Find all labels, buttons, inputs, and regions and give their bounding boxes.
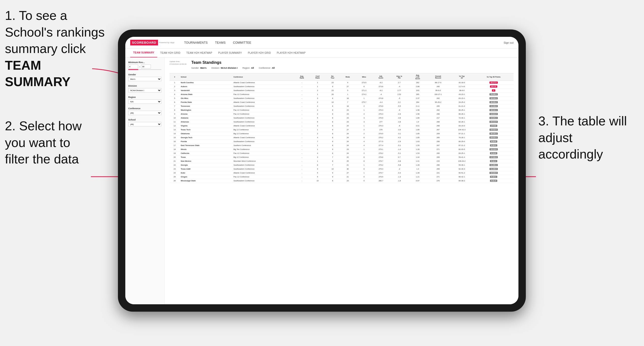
table-row[interactable]: 19 California Pac-12 Conference - 4 8 24… [170, 151, 514, 155]
cell-overall-record: 100-27-1 [426, 93, 450, 96]
cell-no-tour: 8 [325, 136, 340, 140]
cell-school: New Mexico [180, 159, 232, 163]
sub-nav-team-summary[interactable]: TEAM SUMMARY [130, 49, 157, 57]
cell-avg-to-par: -2 [390, 167, 409, 171]
table-row[interactable]: 6 Florida State Atlantic Coast Conferenc… [170, 100, 514, 104]
cell-avg-to-par: -5.1 [390, 151, 409, 155]
sub-nav-team-h2h-grid[interactable]: TEAM H2H GRID [157, 49, 183, 57]
cell-wins: 2 [356, 128, 372, 132]
cell-avg-rank: - [294, 175, 310, 179]
table-row[interactable]: 8 Washington Pac-12 Conference - 2 8 23 … [170, 108, 514, 112]
cell-wins: 8 [356, 159, 372, 163]
sign-out-button[interactable]: Sign out [504, 41, 514, 44]
table-row[interactable]: 10 Alabama Southeastern Conference - 5 8… [170, 116, 514, 120]
cell-adj-score: 276 [372, 128, 390, 132]
table-row[interactable]: 2 Auburn Southeastern Conference - 1 9 2… [170, 85, 514, 89]
cell-vs-top50: 15-32-0 [474, 128, 514, 132]
cell-school: California [180, 151, 232, 155]
table-row[interactable]: 21 New Mexico Mountain West Conference -… [170, 159, 514, 163]
cell-overall-record: 271 [426, 175, 450, 179]
cell-vs-top50: 11-28-0 [474, 167, 514, 171]
table-row[interactable]: 16 Florida Southeastern Conference - 7 9… [170, 140, 514, 144]
cell-no-tour: 8 [325, 179, 340, 183]
table-row[interactable]: 11 Arkansas Southeastern Conference - 6 … [170, 120, 514, 124]
cell-no-tour: 9 [325, 128, 340, 132]
cell-vs-top25: 117-4-0 [450, 85, 474, 89]
table-body: 1 North Carolina Atlantic Coast Conferen… [170, 81, 514, 183]
cell-vs-top25: 33-25-2 [450, 100, 474, 104]
cell-wins: 4 [356, 144, 372, 148]
cell-vs-top50: 11-19-0 [474, 104, 514, 108]
table-row[interactable]: 25 Oregon Pac-12 Conference - 5 9 21 0 2… [170, 175, 514, 179]
cell-rnds: 23 [340, 116, 356, 120]
table-row[interactable]: 4 Arizona State Pac-12 Conference - 1 26… [170, 93, 514, 96]
table-row[interactable]: 14 Oklahoma Big 12 Conference - 2 8 24 2… [170, 132, 514, 136]
cell-avg-to-par: 2.52 [390, 93, 409, 96]
table-row[interactable]: 12 Virginia Atlantic Coast Conference - … [170, 124, 514, 128]
cell-rnds: 5 [340, 89, 356, 93]
table-row[interactable]: 7 Tennessee Southeastern Conference - 4 … [170, 104, 514, 108]
nav-teams[interactable]: TEAMS [215, 41, 226, 44]
cell-conf-rank: 1 [310, 159, 326, 163]
table-row[interactable]: 15 Georgia Tech Atlantic Coast Conferenc… [170, 136, 514, 140]
filter-min-input[interactable] [128, 65, 138, 68]
cell-conf-rank: 2 [310, 112, 326, 116]
main-content: Update time: 27/03/2024 16:56:26 Team St… [164, 57, 518, 304]
cell-avg-rank: - [294, 155, 310, 159]
cell-vs-top50: 0 [474, 89, 514, 93]
sub-nav-team-h2h-heatmap[interactable]: TEAM H2H HEATMAP [183, 49, 215, 57]
table-row[interactable]: 24 Duke Atlantic Coast Conference - 5 9 … [170, 171, 514, 175]
filter-school-select[interactable]: (All) [128, 122, 162, 126]
cell-avg-rank: - [294, 179, 310, 183]
table-row[interactable]: 18 Illinois Big Ten Conference - 1 9 23 … [170, 148, 514, 151]
sub-nav-player-h2h-heatmap[interactable]: PLAYER H2H HEATMAP [274, 49, 308, 57]
filter-division-select[interactable]: NCAA Division I NCAA Division II NCAA Di… [128, 88, 162, 93]
table-row[interactable]: 17 East Tennessee State Southern Confere… [170, 144, 514, 148]
cell-avg-to-par: -5 [390, 96, 409, 100]
table-row[interactable]: 26 Mississippi State Southeastern Confer… [170, 179, 514, 183]
cell-rnds: 7 [340, 100, 356, 104]
filter-max-input[interactable] [141, 65, 151, 68]
cell-vs-top50: 9-24-0 [474, 140, 514, 144]
cell-avg-to-par: -4.2 [390, 136, 409, 140]
cell-overall-record: 217 [426, 116, 450, 120]
nav-committee[interactable]: COMMITTEE [233, 41, 251, 44]
nav-tournaments[interactable]: TOURNAMENTS [184, 41, 208, 44]
table-row[interactable]: 9 Arizona Pac-12 Conference - 2 8 23 4 2… [170, 112, 514, 116]
table-row[interactable]: 13 Texas Tech Big 12 Conference - 1 9 27… [170, 128, 514, 132]
filter-conference-select[interactable]: (All) [128, 111, 162, 115]
cell-conf-rank: 1 [310, 93, 326, 96]
sub-nav: TEAM SUMMARY TEAM H2H GRID TEAM H2H HEAT… [125, 49, 518, 57]
cell-no-tour: 6 [325, 96, 340, 100]
cell-avg-rank: - [294, 140, 310, 144]
filter-region-select[interactable]: N/A All [128, 99, 162, 104]
table-row[interactable]: 23 Texas A&M Southeastern Conference - 9… [170, 167, 514, 171]
table-row[interactable]: 20 Texas Big 12 Conference - 3 7 22 8 27… [170, 155, 514, 159]
cell-avg-low: 2.11 [409, 104, 426, 108]
cell-conf-rank: 10 [310, 179, 326, 183]
sub-nav-player-h2h-grid[interactable]: PLAYER H2H GRID [245, 49, 274, 57]
cell-rnds: 21 [340, 163, 356, 167]
table-row[interactable]: 3 Vanderbilt Southeastern Conference - 2… [170, 89, 514, 93]
min-rou-slider[interactable] [128, 69, 162, 70]
table-row[interactable]: 22 Georgia Southeastern Conference - 8 7… [170, 163, 514, 167]
cell-school: Vanderbilt [180, 89, 232, 93]
cell-adj-score: 279.5 [372, 132, 390, 136]
cell-avg-rank: - [294, 104, 310, 108]
cell-wins: 274.2 [356, 93, 372, 96]
table-row[interactable]: 1 North Carolina Atlantic Coast Conferen… [170, 81, 514, 85]
cell-avg-low: 1.3 [409, 167, 426, 171]
table-row[interactable]: 5 Ole Miss Southeastern Conference - 3 6… [170, 96, 514, 100]
cell-school: Ole Miss [180, 96, 232, 100]
cell-avg-rank: - [294, 100, 310, 104]
cell-rank: 24 [170, 171, 180, 175]
sub-nav-player-summary[interactable]: PLAYER SUMMARY [215, 49, 245, 57]
logo-sub: Powered by clippi [159, 41, 174, 44]
cell-vs-top25: 83-15-0 [450, 124, 474, 128]
col-no-tour: No.Tour [325, 73, 340, 81]
col-vs-top50: Vs Top 50 Points [474, 73, 514, 81]
cell-avg-to-par: -0.4 [390, 171, 409, 175]
cell-vs-top25: 86-25-1 [450, 108, 474, 112]
cell-rnds: 18 [340, 96, 356, 100]
filter-gender-select[interactable]: Men's Women's [128, 77, 162, 81]
